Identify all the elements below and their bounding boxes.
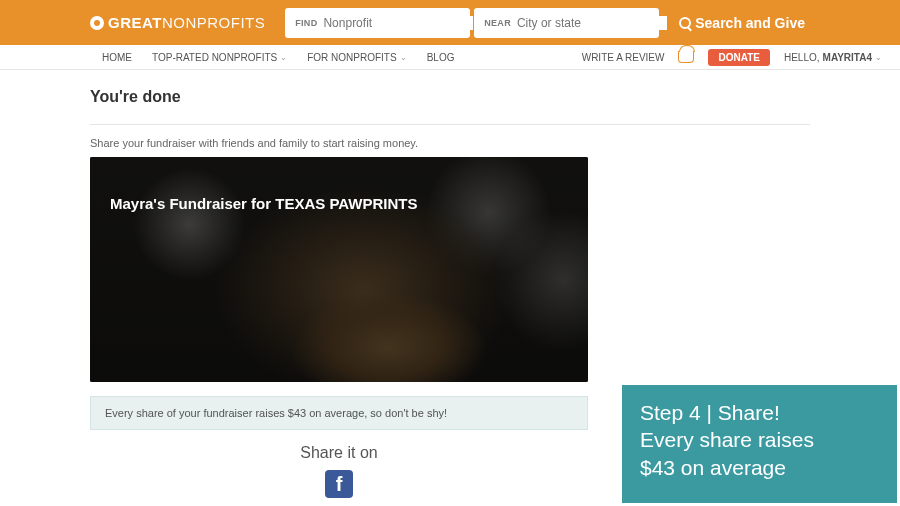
donate-button[interactable]: DONATE — [708, 49, 769, 66]
hero-overlay — [90, 157, 588, 382]
fundraiser-title: Mayra's Fundraiser for TEXAS PAWPRINTS — [110, 195, 418, 212]
near-box[interactable]: NEAR — [474, 8, 659, 38]
page-title: You're done — [90, 88, 810, 106]
page-subtitle: Share your fundraiser with friends and f… — [90, 137, 810, 149]
search-and-give-link[interactable]: Search and Give — [679, 15, 805, 31]
find-box[interactable]: FIND — [285, 8, 470, 38]
logo-bold: GREAT — [108, 14, 162, 31]
chevron-down-icon: ⌄ — [400, 53, 407, 62]
basket-icon[interactable] — [678, 51, 694, 63]
share-tip-banner: Every share of your fundraiser raises $4… — [90, 396, 588, 430]
nav-for-nonprofits[interactable]: FOR NONPROFITS⌄ — [307, 52, 406, 63]
callout-line3: $43 on average — [640, 454, 879, 481]
search-give-text: Search and Give — [695, 15, 805, 31]
nav-top-rated-label: TOP-RATED NONPROFITS — [152, 52, 277, 63]
chevron-down-icon: ⌄ — [280, 53, 287, 62]
fundraiser-hero: Mayra's Fundraiser for TEXAS PAWPRINTS — [90, 157, 588, 382]
nav-home[interactable]: HOME — [102, 52, 132, 63]
share-section: Share it on f Continue ↖ — [90, 444, 588, 506]
step-callout: Step 4 | Share! Every share raises $43 o… — [622, 385, 897, 503]
write-review-link[interactable]: WRITE A REVIEW — [582, 52, 665, 63]
nav-left: HOME TOP-RATED NONPROFITS⌄ FOR NONPROFIT… — [102, 52, 454, 63]
hello-text: HELLO, — [784, 52, 820, 63]
search-wrap: FIND NEAR — [285, 8, 659, 38]
nav-right: WRITE A REVIEW DONATE HELLO, MAYRITA4 ⌄ — [582, 49, 882, 66]
nav-top-rated[interactable]: TOP-RATED NONPROFITS⌄ — [152, 52, 287, 63]
nav-for-nonprofits-label: FOR NONPROFITS — [307, 52, 396, 63]
top-header: GREATNONPROFITS FIND NEAR Search and Giv… — [0, 0, 900, 45]
chevron-down-icon: ⌄ — [875, 53, 882, 62]
share-on-label: Share it on — [90, 444, 588, 462]
near-input[interactable] — [517, 16, 667, 30]
user-menu[interactable]: HELLO, MAYRITA4 ⌄ — [784, 52, 882, 63]
divider — [90, 124, 810, 125]
logo-light: NONPROFITS — [162, 14, 265, 31]
nav-bar: HOME TOP-RATED NONPROFITS⌄ FOR NONPROFIT… — [0, 45, 900, 70]
logo[interactable]: GREATNONPROFITS — [90, 14, 265, 31]
logo-icon — [90, 16, 104, 30]
search-icon — [679, 17, 691, 29]
username-text: MAYRITA4 — [823, 52, 872, 63]
nav-blog[interactable]: BLOG — [427, 52, 455, 63]
callout-line2: Every share raises — [640, 426, 879, 453]
find-input[interactable] — [323, 16, 473, 30]
facebook-icon[interactable]: f — [325, 470, 353, 498]
callout-line1: Step 4 | Share! — [640, 399, 879, 426]
find-label: FIND — [295, 18, 317, 28]
near-label: NEAR — [484, 18, 511, 28]
